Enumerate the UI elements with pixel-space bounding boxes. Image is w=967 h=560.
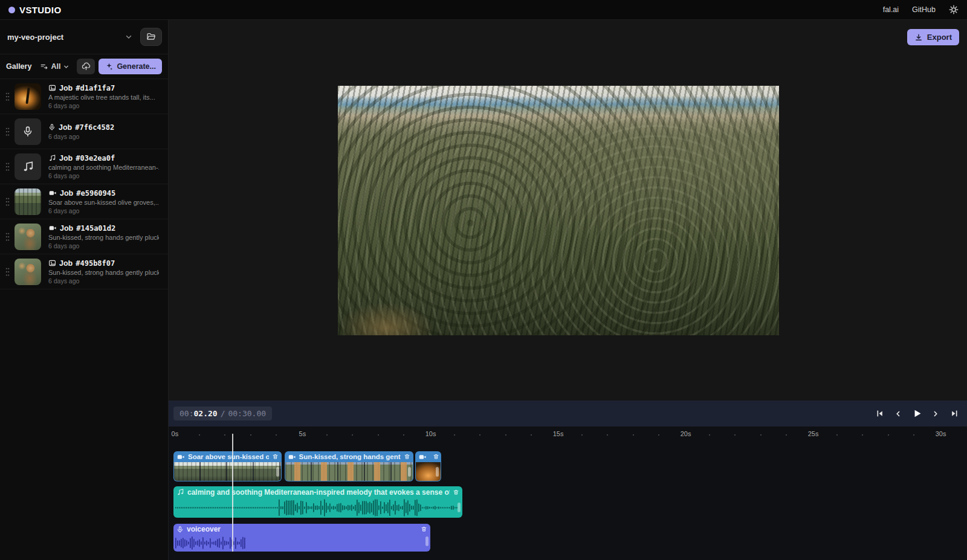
ruler-tick: [607, 434, 608, 436]
ruler-tick: [454, 434, 455, 436]
job-id: #e5960945: [76, 189, 115, 198]
playhead[interactable]: [232, 434, 233, 552]
image-icon: [48, 84, 56, 92]
job-prompt: Soar above sun-kissed olive groves,...: [48, 199, 159, 206]
job-row[interactable]: Job#03e2ea0fcalming and soothing Mediter…: [0, 149, 168, 184]
video-icon: [48, 224, 57, 232]
skip-to-start-button[interactable]: [873, 407, 886, 420]
video-camera-icon: [288, 453, 296, 461]
job-thumbnail: [15, 83, 41, 110]
delete-music-clip-button[interactable]: [453, 489, 459, 496]
ruler-tick: [505, 434, 506, 436]
drag-handle-icon[interactable]: [5, 92, 10, 101]
skip-to-end-button[interactable]: [948, 407, 961, 420]
job-age: 6 days ago: [48, 133, 114, 140]
ruler-label: 30s: [936, 430, 946, 437]
generate-label: Generate...: [117, 62, 156, 71]
time-divider: /: [221, 409, 225, 418]
job-title: Job#7f6c4582: [48, 123, 114, 132]
video-clip[interactable]: Soar above sun-kissed olive: [173, 451, 282, 481]
mic-icon: [176, 526, 184, 533]
drag-handle-icon[interactable]: [5, 267, 10, 277]
ruler-tick: [888, 434, 889, 436]
ruler-tick: [581, 434, 583, 436]
job-row[interactable]: Job#d1af1fa7A majestic olive tree stands…: [0, 79, 168, 114]
trash-icon: [433, 453, 439, 460]
ruler-tick: [224, 434, 225, 436]
ruler-tick: [658, 434, 659, 436]
job-title-text: Job: [59, 259, 73, 268]
job-id: #145a01d2: [76, 224, 115, 233]
job-list: Job#d1af1fa7A majestic olive tree stands…: [0, 79, 168, 289]
job-row[interactable]: Job#145a01d2Sun-kissed, strong hands gen…: [0, 219, 168, 254]
delete-voiceover-clip-button[interactable]: [421, 526, 427, 533]
ruler-label: 0s: [172, 430, 179, 437]
job-row[interactable]: Job#e5960945Soar above sun-kissed olive …: [0, 184, 168, 219]
music-clip[interactable]: calming and soothing Mediterranean-inspi…: [173, 486, 462, 518]
job-title: Job#145a01d2: [48, 224, 159, 233]
mic-icon: [22, 125, 33, 138]
clip-filmstrip: [416, 462, 441, 481]
job-row[interactable]: Job#495b8f07Sun-kissed, strong hands gen…: [0, 254, 168, 289]
settings-button[interactable]: [949, 5, 959, 14]
project-selector[interactable]: my-veo-project: [0, 20, 168, 54]
delete-clip-button[interactable]: [272, 453, 279, 460]
ruler-tick: [709, 434, 710, 436]
play-button[interactable]: [910, 407, 923, 420]
ruler-tick: [479, 434, 480, 436]
drag-handle-icon[interactable]: [5, 127, 10, 137]
clip-resize-handle[interactable]: [408, 467, 411, 477]
clip-filmstrip: [174, 462, 281, 481]
nav-link-github[interactable]: GitHub: [912, 5, 936, 14]
job-age: 6 days ago: [48, 172, 159, 179]
folder-open-icon: [146, 32, 156, 42]
brand-name: VSTUDIO: [19, 5, 61, 15]
job-info: Job#03e2ea0fcalming and soothing Mediter…: [48, 154, 159, 179]
drag-handle-icon[interactable]: [5, 197, 10, 207]
voiceover-clip[interactable]: voiceover: [173, 524, 430, 552]
export-button[interactable]: Export: [907, 29, 959, 45]
ruler-tick: [836, 434, 838, 436]
delete-clip-button[interactable]: [404, 453, 410, 460]
music-note-icon: [22, 160, 34, 173]
generate-button[interactable]: Generate...: [99, 59, 162, 74]
job-row[interactable]: Job#7f6c45826 days ago: [0, 114, 168, 149]
job-title-text: Job: [59, 123, 72, 132]
ruler-tick: [862, 434, 863, 436]
video-preview[interactable]: [338, 86, 779, 335]
skip-start-icon: [875, 409, 884, 418]
preview-stage: Export: [169, 20, 967, 401]
step-back-button[interactable]: [891, 407, 905, 420]
clip-resize-handle[interactable]: [458, 503, 461, 512]
clip-resize-handle[interactable]: [436, 467, 439, 477]
ruler-tick: [199, 434, 200, 436]
gear-icon: [949, 5, 959, 14]
video-clip[interactable]: Sun-kissed, strong hands gently plu: [285, 451, 413, 481]
top-bar: VSTUDIO fal.ai GitHub: [0, 0, 967, 20]
gallery-filter-dropdown[interactable]: All: [40, 62, 70, 71]
job-title: Job#03e2ea0f: [48, 154, 159, 163]
video-clip-label: Sun-kissed, strong hands gently plu: [299, 453, 401, 460]
job-prompt: A majestic olive tree stands tall, its..…: [48, 94, 159, 101]
ruler-tick: [352, 434, 353, 436]
ruler-tick: [760, 434, 762, 436]
ruler-tick: [276, 434, 277, 436]
clip-resize-handle[interactable]: [276, 467, 279, 477]
delete-clip-button[interactable]: [433, 453, 439, 460]
step-forward-button[interactable]: [929, 407, 942, 420]
drag-handle-icon[interactable]: [5, 232, 10, 242]
clip-resize-handle[interactable]: [425, 536, 429, 546]
nav-link-falai[interactable]: fal.ai: [883, 5, 899, 14]
job-id: #03e2ea0f: [76, 154, 115, 163]
upload-button[interactable]: [77, 59, 95, 74]
job-id: #7f6c4582: [75, 123, 114, 132]
ruler-tick: [633, 434, 634, 436]
open-project-button[interactable]: [140, 28, 162, 46]
timeline-ruler[interactable]: 0s5s10s15s20s25s30s: [169, 426, 967, 442]
music-note-icon: [176, 488, 184, 496]
job-id: #495b8f07: [76, 259, 115, 268]
ruler-tick: [786, 434, 787, 436]
video-clip[interactable]: A: [415, 451, 441, 481]
filter-icon: [40, 62, 48, 71]
drag-handle-icon[interactable]: [5, 162, 10, 172]
